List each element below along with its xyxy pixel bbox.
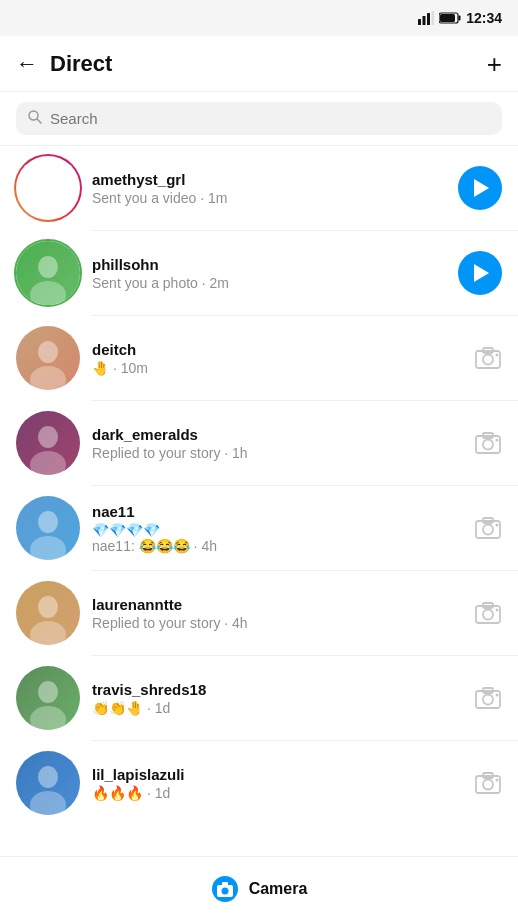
camera-icon[interactable] [474, 344, 502, 372]
search-input[interactable] [50, 110, 490, 127]
avatar-wrapper [16, 411, 80, 475]
svg-point-16 [38, 341, 58, 363]
svg-line-8 [37, 119, 41, 123]
svg-rect-1 [423, 16, 426, 25]
svg-rect-6 [459, 16, 461, 21]
message-preview: Sent you a photo · 2m [92, 275, 446, 291]
message-preview: 👏👏🤚 · 1d [92, 700, 462, 716]
search-box[interactable] [16, 102, 502, 135]
story-ring [14, 154, 82, 222]
message-content: travis_shreds18👏👏🤚 · 1d [92, 681, 462, 716]
avatar [16, 581, 80, 645]
message-item[interactable]: phillsohnSent you a photo · 2m [0, 231, 518, 315]
avatar-wrapper [16, 156, 80, 220]
message-action[interactable] [474, 344, 502, 372]
page-title: Direct [50, 51, 487, 77]
play-button[interactable] [458, 166, 502, 210]
svg-point-31 [30, 536, 66, 560]
svg-point-49 [496, 694, 499, 697]
message-preview: Sent you a video · 1m [92, 190, 446, 206]
message-username: laurenanntte [92, 596, 462, 613]
camera-icon[interactable] [474, 514, 502, 542]
signal-icon [418, 11, 434, 25]
message-item[interactable]: nae11💎💎💎💎nae11: 😂😂😂 · 4h [0, 486, 518, 570]
message-preview: 🔥🔥🔥 · 1d [92, 785, 462, 801]
camera-bottom-icon [211, 875, 239, 903]
message-action[interactable] [474, 769, 502, 797]
avatar [16, 326, 80, 390]
camera-icon[interactable] [474, 684, 502, 712]
message-item[interactable]: amethyst_grlSent you a video · 1m [0, 146, 518, 230]
avatar-wrapper [16, 496, 80, 560]
message-action[interactable] [474, 514, 502, 542]
svg-point-51 [38, 766, 58, 788]
svg-point-21 [496, 354, 499, 357]
camera-icon[interactable] [474, 769, 502, 797]
message-username: deitch [92, 341, 462, 358]
avatar-wrapper [16, 326, 80, 390]
avatar [16, 666, 80, 730]
message-content: laurenanntteReplied to your story · 4h [92, 596, 462, 631]
message-action[interactable] [474, 429, 502, 457]
status-icons: 12:34 [418, 10, 502, 26]
status-bar: 12:34 [0, 0, 518, 36]
avatar [16, 496, 80, 560]
status-time: 12:34 [466, 10, 502, 26]
svg-point-30 [38, 511, 58, 533]
avatar-wrapper [16, 581, 80, 645]
play-button[interactable] [458, 251, 502, 295]
camera-icon[interactable] [474, 429, 502, 457]
message-content: phillsohnSent you a photo · 2m [92, 256, 446, 291]
svg-point-17 [30, 366, 66, 390]
svg-point-23 [38, 426, 58, 448]
svg-rect-0 [418, 19, 421, 25]
svg-point-44 [38, 681, 58, 703]
battery-icon [439, 12, 461, 24]
message-username: nae11 [92, 503, 462, 520]
message-content: deitch🤚 · 10m [92, 341, 462, 376]
message-item[interactable]: dark_emeraldsReplied to your story · 1h [0, 401, 518, 485]
message-content: nae11💎💎💎💎nae11: 😂😂😂 · 4h [92, 503, 462, 554]
message-action[interactable] [458, 166, 502, 210]
svg-point-40 [483, 610, 493, 620]
svg-point-33 [483, 525, 493, 535]
svg-point-28 [496, 439, 499, 442]
back-button[interactable]: ← [16, 47, 46, 81]
message-item[interactable]: laurenanntteReplied to your story · 4h [0, 571, 518, 655]
search-container [0, 92, 518, 146]
avatar [16, 751, 80, 815]
message-item[interactable]: lil_lapislazuli🔥🔥🔥 · 1d [0, 741, 518, 825]
svg-point-52 [30, 791, 66, 815]
svg-point-35 [496, 524, 499, 527]
message-action[interactable] [474, 599, 502, 627]
message-item[interactable]: travis_shreds18👏👏🤚 · 1d [0, 656, 518, 740]
svg-rect-5 [440, 14, 455, 22]
svg-point-54 [483, 780, 493, 790]
message-preview: Replied to your story · 1h [92, 445, 462, 461]
svg-rect-3 [432, 11, 435, 25]
bottom-bar[interactable]: Camera [0, 856, 518, 920]
svg-point-42 [496, 609, 499, 612]
avatar [16, 411, 80, 475]
svg-point-59 [221, 887, 228, 894]
message-action[interactable] [474, 684, 502, 712]
message-content: dark_emeraldsReplied to your story · 1h [92, 426, 462, 461]
message-username: amethyst_grl [92, 171, 446, 188]
svg-point-19 [483, 355, 493, 365]
svg-point-24 [30, 451, 66, 475]
message-content: amethyst_grlSent you a video · 1m [92, 171, 446, 206]
svg-rect-2 [427, 13, 430, 25]
add-button[interactable]: + [487, 51, 502, 77]
svg-point-47 [483, 695, 493, 705]
message-content: lil_lapislazuli🔥🔥🔥 · 1d [92, 766, 462, 801]
camera-icon[interactable] [474, 599, 502, 627]
message-action[interactable] [458, 251, 502, 295]
svg-point-45 [30, 706, 66, 730]
svg-point-37 [38, 596, 58, 618]
message-username: dark_emeralds [92, 426, 462, 443]
svg-point-38 [30, 621, 66, 645]
svg-rect-60 [222, 882, 228, 886]
message-item[interactable]: deitch🤚 · 10m [0, 316, 518, 400]
message-preview: Replied to your story · 4h [92, 615, 462, 631]
avatar-wrapper [16, 666, 80, 730]
